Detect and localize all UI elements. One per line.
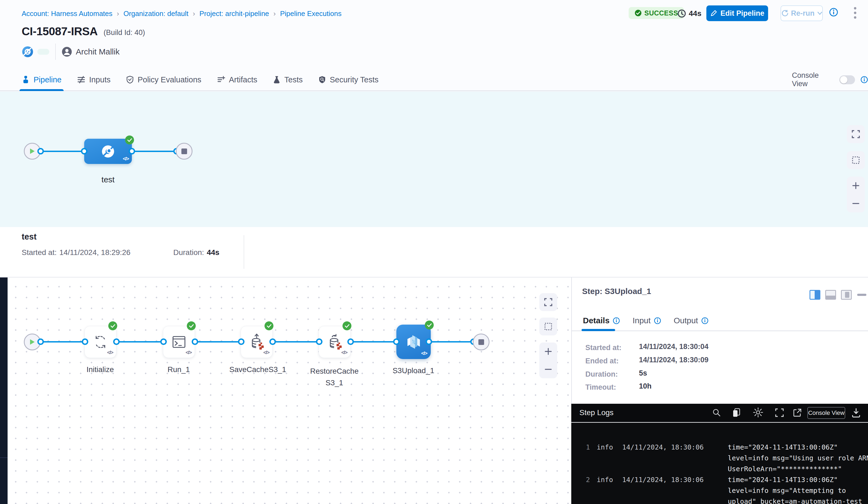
code-icon: </> — [341, 350, 347, 355]
log-copy-icon[interactable] — [732, 407, 741, 418]
fullscreen-icon — [851, 130, 860, 139]
ci-module-icon — [22, 46, 33, 58]
refresh-icon — [781, 10, 788, 17]
marquee-select-button[interactable] — [539, 317, 557, 335]
panel-tab-output[interactable]: Output — [674, 316, 709, 325]
initialize-icon — [93, 334, 108, 350]
zoom-out-button[interactable] — [539, 360, 557, 378]
step-label[interactable]: RestoreCacheS3_1 — [309, 365, 360, 389]
zoom-out-button[interactable] — [847, 194, 865, 212]
duration-label: Duration: — [173, 248, 204, 257]
breadcrumb-project[interactable]: Project: archit-pipeline — [199, 10, 269, 18]
step-node-savecaches3-1[interactable]: </> — [241, 326, 273, 358]
marquee-icon — [544, 322, 552, 331]
stage-summary-name: test — [22, 232, 37, 242]
step-node-restorecaches3-1[interactable]: </> — [319, 326, 351, 358]
layout-float-button[interactable] — [841, 290, 852, 300]
detail-row-label: Started at: — [585, 344, 622, 352]
code-icon: </> — [421, 350, 427, 356]
pipeline-icon — [22, 75, 30, 84]
layout-split-right-button[interactable] — [809, 290, 820, 300]
stop-icon — [182, 149, 187, 154]
author-name: Archit Mallik — [76, 47, 120, 56]
connector-dot — [269, 339, 276, 345]
step-success-badge — [187, 321, 196, 330]
step-label[interactable]: Initialize — [73, 365, 127, 374]
step-label[interactable]: SaveCacheS3_1 — [229, 365, 283, 374]
chevron-down-icon — [817, 12, 822, 15]
restore-cache-s3-icon — [326, 334, 343, 350]
step-logs-title: Step Logs — [579, 409, 613, 417]
execution-canvas[interactable] — [8, 278, 571, 504]
panel-tab-input[interactable]: Input — [632, 316, 661, 325]
stop-icon — [478, 339, 484, 345]
log-fullscreen-icon[interactable] — [775, 408, 784, 417]
zoom-in-button[interactable] — [539, 343, 557, 360]
check-icon — [427, 323, 432, 327]
edit-pipeline-button[interactable]: Edit Pipeline — [706, 6, 768, 21]
tab-pipeline[interactable]: Pipeline — [22, 68, 61, 91]
zoom-in-button[interactable] — [847, 177, 865, 194]
log-message: UserRoleArn="**************" — [728, 465, 842, 473]
detail-row-value: 14/11/2024, 18:30:09 — [639, 356, 709, 364]
breadcrumb-account[interactable]: Account: Harness Automates — [22, 10, 112, 18]
console-view-toggle[interactable] — [839, 75, 855, 84]
flask-icon — [273, 75, 280, 84]
layout-bottom-fill — [826, 296, 835, 299]
breadcrumb-pipeline-executions[interactable]: Pipeline Executions — [280, 10, 341, 18]
step-label[interactable]: Run_1 — [152, 365, 206, 374]
breadcrumb: Account: Harness Automates › Organizatio… — [22, 8, 341, 19]
layout-split-fill — [815, 291, 819, 299]
info-icon[interactable] — [701, 317, 709, 324]
tab-tests[interactable]: Tests — [273, 68, 303, 91]
breadcrumb-organization[interactable]: Organization: default — [123, 10, 188, 18]
fullscreen-button[interactable] — [847, 125, 865, 143]
tab-label: Security Tests — [330, 75, 379, 84]
info-icon[interactable] — [829, 8, 838, 17]
marquee-select-button[interactable] — [847, 151, 865, 169]
rerun-button[interactable]: Re-run — [781, 6, 823, 21]
tab-inputs[interactable]: Inputs — [77, 68, 111, 91]
stage-end-node[interactable] — [176, 143, 193, 160]
log-open-external-icon[interactable] — [793, 408, 802, 417]
elapsed-label: 44s — [689, 9, 702, 18]
plus-icon — [852, 182, 860, 190]
stage-label[interactable]: test — [84, 175, 132, 184]
breadcrumb-separator: › — [193, 10, 195, 18]
console-view-info-icon[interactable] — [860, 75, 868, 84]
collapse-panel-button[interactable] — [857, 294, 866, 296]
connector-dot — [347, 339, 354, 345]
minus-icon — [544, 365, 552, 373]
connector-dot — [81, 148, 87, 154]
step-label[interactable]: S3Upload_1 — [386, 366, 441, 375]
execution-end-node[interactable] — [473, 334, 489, 350]
code-icon: </> — [264, 350, 269, 355]
tab-artifacts[interactable]: Artifacts — [217, 68, 258, 91]
stage-node-test[interactable]: </> — [84, 139, 132, 164]
started-at-label: Started at: — [22, 248, 56, 257]
log-console-view-button[interactable]: Console View — [807, 407, 845, 419]
info-icon[interactable] — [613, 317, 620, 324]
connector-dot — [238, 339, 245, 345]
fullscreen-button[interactable] — [539, 293, 557, 311]
step-connector-line — [116, 341, 164, 343]
detail-row-label: Ended at: — [585, 357, 619, 365]
kebab-menu-icon[interactable] — [854, 6, 857, 21]
step-node-run-1[interactable]: </> — [163, 326, 195, 358]
build-id: (Build Id: 40) — [104, 26, 145, 37]
log-settings-icon[interactable] — [753, 407, 764, 418]
tab-security-tests[interactable]: Security Tests — [318, 68, 379, 91]
info-icon[interactable] — [654, 317, 661, 324]
tab-policy-evaluations[interactable]: Policy Evaluations — [126, 68, 201, 91]
panel-tab-details[interactable]: Details — [583, 316, 620, 325]
log-search-icon[interactable] — [712, 408, 721, 417]
status-badge: SUCCESS — [629, 7, 684, 19]
log-message: time="2024-11-14T13:00:06Z" — [728, 476, 838, 484]
layout-bottom-button[interactable] — [825, 290, 836, 300]
log-download-icon[interactable] — [851, 407, 861, 418]
check-icon — [345, 324, 350, 328]
step-logs-body[interactable]: 1 info 14/11/2024, 18:30:06 time="2024-1… — [571, 423, 868, 504]
stage-connector-line — [41, 151, 85, 152]
step-node-initialize[interactable]: </> — [84, 326, 116, 358]
connector-dot — [37, 339, 44, 345]
